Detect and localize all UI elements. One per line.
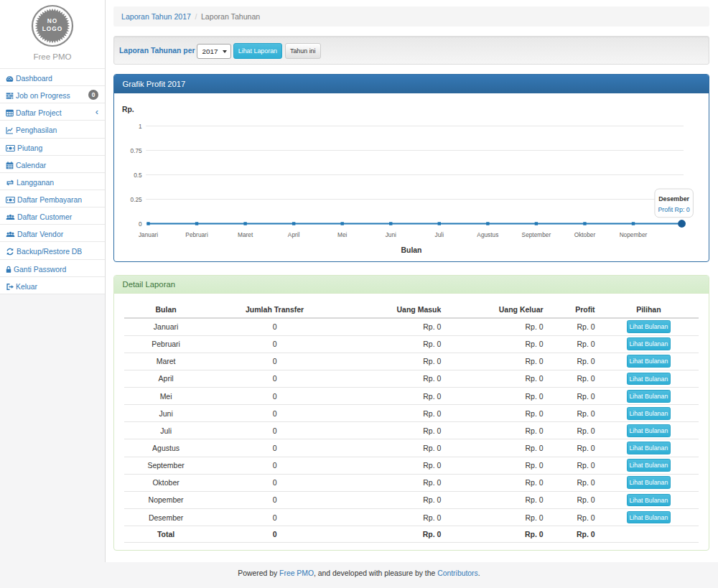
svg-text:NO: NO	[47, 17, 57, 24]
svg-text:September: September	[522, 232, 551, 239]
svg-text:Profit Rp: 0: Profit Rp: 0	[658, 206, 689, 213]
svg-text:Juni: Juni	[386, 232, 396, 239]
svg-text:Juli: Juli	[435, 232, 444, 239]
svg-text:Maret: Maret	[238, 232, 253, 239]
svg-text:Rp.: Rp.	[122, 106, 134, 113]
svg-text:0.75: 0.75	[131, 147, 143, 154]
svg-text:Pebruari: Pebruari	[185, 232, 208, 239]
svg-text:Oktober: Oktober	[574, 232, 596, 239]
svg-text:Mei: Mei	[337, 232, 348, 239]
svg-text:Desember: Desember	[658, 195, 689, 202]
svg-text:0.5: 0.5	[134, 172, 142, 179]
svg-text:0.25: 0.25	[131, 196, 143, 203]
svg-text:Bulan: Bulan	[401, 246, 422, 254]
svg-text:April: April	[288, 232, 300, 239]
svg-text:LOGO: LOGO	[42, 25, 62, 32]
svg-text:1: 1	[139, 123, 142, 130]
svg-text:Januari: Januari	[139, 232, 158, 239]
svg-text:Nopember: Nopember	[620, 232, 648, 239]
svg-text:Agustus: Agustus	[477, 232, 498, 239]
svg-text:0: 0	[139, 220, 142, 228]
